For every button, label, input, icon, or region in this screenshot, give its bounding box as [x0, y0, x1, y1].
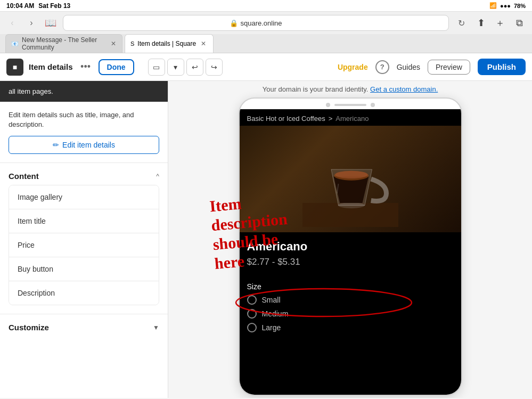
phone-content: Basic Hot or Iced Coffees > Americano [240, 109, 461, 396]
new-tab-button[interactable]: ＋ [493, 15, 508, 30]
content-title: Content [9, 172, 39, 181]
product-price: $2.77 - $5.31 [247, 257, 454, 267]
phone-dot-left [326, 103, 330, 107]
tab-item-details-label: Item details | Square [137, 40, 196, 47]
lock-icon: 🔒 [230, 19, 238, 27]
size-option-medium[interactable]: Medium [247, 309, 454, 319]
radio-large [247, 323, 257, 332]
tab-messages-icon: 📧 [11, 40, 19, 47]
tabs-bar: 📧 New Message - The Seller Community ✕ S… [0, 34, 532, 53]
tab-messages-close[interactable]: ✕ [110, 39, 117, 48]
customize-section[interactable]: Customize ▼ [0, 314, 168, 340]
undo-icon: ↩ [192, 63, 198, 71]
signal-icon: ●●● [500, 3, 511, 9]
content-section: Content ^ Image gallery Item title Price… [0, 163, 168, 314]
done-button[interactable]: Done [99, 59, 134, 75]
breadcrumb-parent: Basic Hot or Iced Coffees [247, 115, 325, 123]
tab-item-details-close[interactable]: ✕ [199, 39, 208, 48]
app-logo: ■ [6, 59, 23, 76]
toolbar-right: Upgrade ? Guides Preview Publish [338, 59, 526, 75]
size-option-small[interactable]: Small [247, 295, 454, 305]
browser-toolbar: ‹ › 📖 🔒 square.online ↻ ⬆ ＋ ⧉ [0, 12, 532, 34]
app-title: Item details [29, 62, 73, 71]
forward-button[interactable]: › [24, 16, 38, 30]
preview-button[interactable]: Preview [428, 60, 470, 75]
radio-medium [247, 309, 257, 319]
main-layout: all item pages. Edit item details such a… [0, 81, 532, 398]
content-item-description[interactable]: Description [9, 281, 159, 305]
redo-icon: ↪ [211, 63, 217, 71]
edit-description: Edit item details such as title, image, … [9, 110, 159, 129]
device-dropdown-button[interactable]: ▾ [167, 59, 184, 76]
radio-small [247, 295, 257, 305]
edit-pencil-icon: ✏ [53, 141, 59, 149]
redo-button[interactable]: ↪ [206, 59, 223, 76]
content-area: Your domain is your brand identity. Get … [168, 81, 532, 398]
reload-button[interactable]: ↻ [454, 16, 468, 30]
breadcrumb-current: Americano [335, 115, 369, 123]
size-option-large[interactable]: Large [247, 323, 454, 332]
content-header: Content ^ [9, 172, 159, 181]
image-gallery-label: Image gallery [18, 193, 62, 201]
size-option-label: Size [247, 282, 454, 291]
app-toolbar: ■ Item details ••• Done ▭ ▾ ↩ ↪ Upgrade … [0, 53, 532, 81]
edit-toolbar: ▭ ▾ ↩ ↪ [148, 59, 223, 76]
device-view-button[interactable]: ▭ [148, 59, 165, 76]
help-button[interactable]: ? [375, 60, 389, 74]
upgrade-button[interactable]: Upgrade [338, 63, 368, 71]
domain-bar: Your domain is your brand identity. Get … [263, 81, 438, 97]
content-item-image-gallery[interactable]: Image gallery [9, 185, 159, 209]
chevron-up-icon: ^ [156, 173, 159, 180]
status-bar: 10:04 AM Sat Feb 13 📶 ●●● 78% [0, 0, 532, 12]
product-name: Americano [247, 240, 454, 254]
tab-messages[interactable]: 📧 New Message - The Seller Community ✕ [5, 34, 122, 53]
back-button[interactable]: ‹ [5, 16, 19, 30]
phone-pill [334, 104, 366, 106]
coffee-cup-image [302, 131, 398, 227]
phone-mockup: Basic Hot or Iced Coffees > Americano [239, 97, 462, 396]
battery-display: 78% [514, 3, 526, 9]
customize-title: Customize [9, 323, 49, 332]
content-items-list: Image gallery Item title Price Buy butto… [9, 185, 159, 305]
domain-text: Your domain is your brand identity. [263, 85, 369, 93]
content-item-price[interactable]: Price [9, 233, 159, 257]
phone-notch [240, 99, 461, 109]
edit-item-label: Edit item details [62, 141, 115, 149]
size-small-label: Small [262, 296, 281, 304]
publish-button[interactable]: Publish [478, 59, 526, 75]
time-display: 10:04 AM [6, 2, 34, 10]
svg-point-4 [335, 171, 367, 178]
product-image [240, 126, 461, 232]
share-button[interactable]: ⬆ [473, 15, 488, 30]
content-item-title[interactable]: Item title [9, 209, 159, 233]
device-icon: ▭ [153, 63, 160, 71]
item-title-label: Item title [18, 217, 46, 225]
url-display: square.online [240, 19, 282, 27]
tabs-overview-button[interactable]: ⧉ [512, 15, 527, 30]
phone-dot-right [371, 103, 375, 107]
customize-chevron-icon: ▼ [153, 324, 159, 331]
more-options-button[interactable]: ••• [78, 60, 93, 75]
customize-header[interactable]: Customize ▼ [9, 323, 159, 332]
svg-point-2 [338, 202, 364, 208]
tab-messages-label: New Message - The Seller Community [22, 36, 107, 51]
options-section: Size Small Medium Large [240, 282, 461, 344]
product-breadcrumb: Basic Hot or Iced Coffees > Americano [240, 109, 461, 126]
address-bar[interactable]: 🔒 square.online [63, 15, 449, 31]
reader-mode-button[interactable]: 📖 [44, 16, 58, 30]
content-item-buy-button[interactable]: Buy button [9, 257, 159, 281]
undo-button[interactable]: ↩ [186, 59, 203, 76]
size-medium-label: Medium [262, 310, 289, 318]
buy-button-label: Buy button [18, 265, 53, 273]
banner-text: all item pages. [9, 87, 53, 95]
logo-icon: ■ [13, 63, 17, 71]
date-display: Sat Feb 13 [38, 2, 70, 10]
edit-item-details-button[interactable]: ✏ Edit item details [9, 136, 159, 154]
sidebar-banner: all item pages. [0, 81, 168, 102]
wifi-icon: 📶 [489, 2, 497, 9]
domain-link[interactable]: Get a custom domain. [370, 85, 438, 93]
size-large-label: Large [262, 323, 281, 332]
guides-button[interactable]: Guides [397, 63, 420, 71]
sidebar-edit-section: Edit item details such as title, image, … [0, 102, 168, 163]
tab-item-details[interactable]: S Item details | Square ✕ [125, 34, 214, 53]
